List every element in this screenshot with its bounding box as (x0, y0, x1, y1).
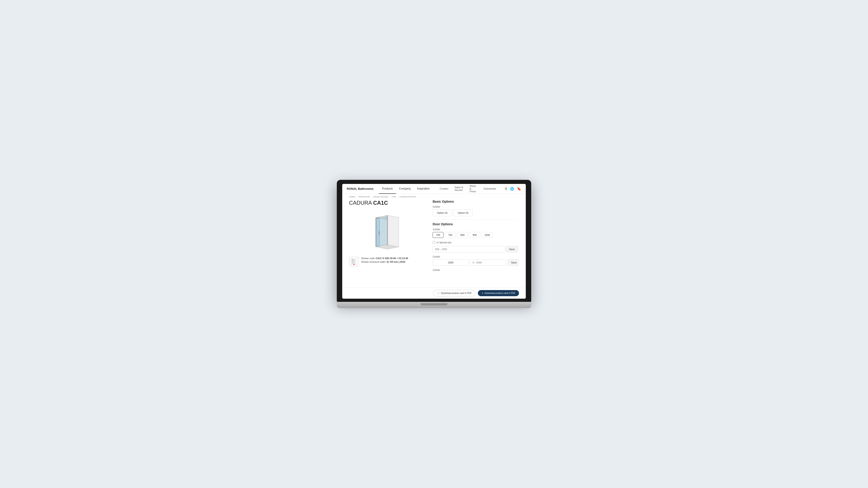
product-title: CADURA CA1C (349, 200, 426, 206)
special-size-row: or Special size (433, 241, 518, 244)
globe-icon[interactable]: 🌐 (510, 187, 514, 191)
col-left: CADURA CA1C (349, 200, 426, 283)
download-outline-btn[interactable]: 📄 Download product card in PDF (433, 290, 475, 296)
header-icons: ⚲ 🌐 🔖 (505, 187, 521, 191)
door-size-group: 700 750 800 900 1000 (433, 232, 518, 238)
shower-width-line: Shower enclosure width: A) 700 mm (-25/0… (361, 260, 408, 264)
door-options-title: Door Options (433, 222, 518, 226)
basic-options-title: Basic Options (433, 200, 518, 203)
second-subtitle-label: Subtitle (433, 256, 518, 258)
download-outline-icon: 📄 (437, 292, 440, 294)
option-01-btn[interactable]: Option 01 (433, 209, 452, 216)
basic-option-group: Option 01 Option 02 (433, 209, 518, 216)
svg-marker-12 (353, 259, 355, 264)
second-range-input[interactable] (470, 259, 506, 266)
breadcrumb-pur[interactable]: PUR (392, 196, 396, 198)
shower-code-line: Shower code: CA1C G SM1 06 68 + V2.CA.06 (361, 257, 408, 260)
breadcrumb: HOME › PRODUKTE › Shower encloser › PUR … (342, 194, 526, 200)
nav-inspiration[interactable]: Inspiration (414, 184, 433, 194)
svg-marker-13 (352, 259, 352, 260)
nav-secondary: Contact Sales & Service News & Press Dow… (436, 184, 499, 194)
site-logo: RONAL Bathrooms (347, 187, 373, 191)
size-800-btn[interactable]: 800 (457, 232, 468, 238)
download-solid-label: Download product card in PDF (485, 292, 515, 294)
product-code-info: Shower code: CA1C G SM1 06 68 + V2.CA.06… (361, 257, 408, 264)
thumb-indicator: ← → (351, 263, 357, 265)
special-size-checkbox[interactable] (433, 241, 435, 244)
breadcrumb-shower[interactable]: Shower encloser (373, 196, 388, 198)
search-icon[interactable]: ⚲ (505, 187, 507, 191)
shower-illustration (367, 211, 408, 254)
divider-1 (433, 219, 518, 220)
page-footer: 📄 Download product card in PDF ⇓ Downloa… (342, 287, 526, 299)
laptop-bezel: RONAL Bathrooms Products Company Inspira… (337, 180, 531, 302)
product-info-row: ← → Shower code: CA1C G SM1 06 68 + V2.C… (349, 257, 426, 267)
svg-marker-8 (379, 217, 388, 246)
bookmark-icon[interactable]: 🔖 (517, 187, 521, 191)
product-thumbnail[interactable]: ← → (349, 257, 359, 267)
second-value-input[interactable] (433, 259, 469, 266)
size-1000-btn[interactable]: 1000 (482, 232, 493, 238)
page-main: CADURA CA1C (342, 200, 526, 287)
second-input-row: Save (433, 259, 518, 266)
product-image-area (349, 210, 426, 255)
svg-rect-9 (387, 215, 388, 246)
door-subtitle-label: Subtitle (433, 228, 518, 231)
download-solid-icon: ⇓ (482, 292, 483, 294)
basic-subtitle-label: Subtitle (433, 205, 518, 208)
special-size-save-btn[interactable]: Save (506, 246, 518, 252)
website: RONAL Bathrooms Products Company Inspira… (342, 184, 526, 299)
download-outline-label: Download product card in PDF (441, 292, 472, 294)
size-750-btn[interactable]: 750 (445, 232, 456, 238)
size-700-btn[interactable]: 700 (433, 232, 443, 238)
breadcrumb-produkte[interactable]: PRODUKTE (359, 196, 370, 198)
laptop-screen: RONAL Bathrooms Products Company Inspira… (342, 184, 526, 299)
special-size-label: or Special size (437, 241, 452, 244)
laptop-base (337, 302, 531, 308)
nav-products[interactable]: Products (379, 184, 396, 194)
size-900-btn[interactable]: 900 (469, 232, 480, 238)
special-size-input[interactable] (433, 246, 504, 252)
nav-sales[interactable]: Sales & Service (452, 184, 467, 194)
svg-rect-5 (375, 218, 377, 247)
nav-contact[interactable]: Contact (436, 184, 452, 194)
nav-downloads[interactable]: Downloads (480, 184, 499, 194)
third-subtitle-label: Subtitle (433, 269, 518, 271)
nav-main: Products Company Inspiration (379, 184, 433, 194)
svg-marker-2 (388, 215, 399, 247)
col-right: Basic Options Subtitle Option 01 Option … (433, 200, 519, 283)
laptop-wrapper: RONAL Bathrooms Products Company Inspira… (337, 180, 531, 308)
nav-company[interactable]: Company (396, 184, 414, 194)
second-save-btn[interactable]: Save (508, 259, 519, 266)
site-header: RONAL Bathrooms Products Company Inspira… (342, 184, 526, 194)
nav-news[interactable]: News & Press (467, 184, 480, 194)
breadcrumb-configurator[interactable]: CONFIGURATOR (399, 196, 416, 198)
download-solid-btn[interactable]: ⇓ Download product card in PDF (478, 290, 519, 296)
svg-rect-6 (379, 231, 379, 235)
special-size-input-row: Save (433, 246, 518, 252)
option-02-btn[interactable]: Option 02 (454, 209, 473, 216)
breadcrumb-home[interactable]: HOME (349, 196, 355, 198)
